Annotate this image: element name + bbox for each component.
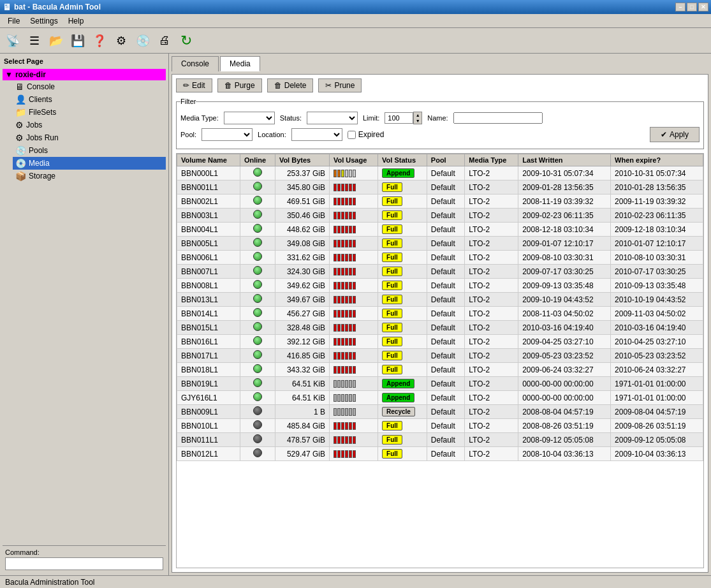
cell-vol-usage xyxy=(329,391,377,405)
table-row[interactable]: BBN006L1 331.62 GiB Full Default LTO-2 2… xyxy=(177,251,703,265)
sidebar-item-filesets[interactable]: 📁 FileSets xyxy=(13,106,166,119)
cell-vol-usage xyxy=(329,209,377,223)
col-online[interactable]: Online xyxy=(240,154,275,166)
cell-vol-status: Full xyxy=(378,180,427,195)
edit-button[interactable]: ✏ Edit xyxy=(176,78,212,92)
tab-console[interactable]: Console xyxy=(172,56,219,71)
col-when-expire[interactable]: When expire? xyxy=(611,154,703,166)
sidebar-item-console[interactable]: 🖥 Console xyxy=(13,80,166,93)
cell-vol-usage xyxy=(329,335,377,349)
table-row[interactable]: BBN018L1 343.32 GiB Full Default LTO-2 2… xyxy=(177,363,703,377)
expired-checkbox[interactable] xyxy=(348,131,356,139)
cell-online xyxy=(240,405,275,419)
cell-vol-bytes: 253.37 GiB xyxy=(275,166,329,180)
sidebar-item-clients[interactable]: 👤 Clients xyxy=(13,93,166,106)
location-select[interactable] xyxy=(291,128,342,141)
spinner-up[interactable]: ▲ xyxy=(414,112,421,118)
toolbar-settings[interactable]: ⚙ xyxy=(111,31,131,51)
media-type-select[interactable] xyxy=(224,112,275,124)
toolbar-print[interactable]: 🖨 xyxy=(154,31,175,51)
limit-spinner[interactable]: ▲ ▼ xyxy=(413,112,422,124)
table-row[interactable]: BBN003L1 350.46 GiB Full Default LTO-2 2… xyxy=(177,209,703,223)
menu-settings[interactable]: Settings xyxy=(25,15,62,27)
minimize-button[interactable]: – xyxy=(675,3,685,11)
table-row[interactable]: BBN012L1 529.47 GiB Full Default LTO-2 2… xyxy=(177,447,703,461)
col-last-written[interactable]: Last Written xyxy=(518,154,611,166)
cell-vol-bytes: 64.51 KiB xyxy=(275,391,329,405)
expired-checkbox-label[interactable]: Expired xyxy=(348,130,385,139)
table-row[interactable]: BBN010L1 485.84 GiB Full Default LTO-2 2… xyxy=(177,419,703,433)
name-input[interactable] xyxy=(453,112,543,124)
sidebar-item-media[interactable]: 💿 Media xyxy=(13,157,166,170)
command-area: Command: xyxy=(3,545,166,573)
col-vol-usage[interactable]: Vol Usage xyxy=(329,154,377,166)
table-row[interactable]: BBN008L1 349.62 GiB Full Default LTO-2 2… xyxy=(177,279,703,293)
delete-button[interactable]: 🗑 Delete xyxy=(267,78,314,92)
pool-select[interactable] xyxy=(202,128,253,141)
command-input[interactable] xyxy=(5,557,163,570)
cell-pool: Default xyxy=(427,433,464,447)
content-area: Console Media ✏ Edit 🗑 Purge 🗑 Delete xyxy=(169,54,711,575)
table-row[interactable]: BBN017L1 416.85 GiB Full Default LTO-2 2… xyxy=(177,349,703,363)
sidebar-item-jobsrun[interactable]: ⚙ Jobs Run xyxy=(13,131,166,144)
toolbar-open[interactable]: 📂 xyxy=(46,31,66,51)
table-row[interactable]: BBN019L1 64.51 KiB Append Default LTO-2 … xyxy=(177,377,703,391)
cell-when-expire: 2009-11-03 04:50:02 xyxy=(611,307,703,321)
col-vol-status[interactable]: Vol Status xyxy=(378,154,427,166)
sidebar-item-label: FileSets xyxy=(29,108,56,117)
toolbar-refresh[interactable]: ↻ xyxy=(176,31,196,51)
cell-online xyxy=(240,166,275,180)
table-row[interactable]: BBN014L1 456.27 GiB Full Default LTO-2 2… xyxy=(177,307,703,321)
media-table-container[interactable]: Volume Name Online Vol Bytes Vol Usage V… xyxy=(176,153,704,568)
cell-volume-name: BBN016L1 xyxy=(177,335,240,349)
status-select[interactable] xyxy=(307,112,358,124)
toolbar-console[interactable]: ☰ xyxy=(24,31,45,51)
close-button[interactable]: ✕ xyxy=(698,3,708,11)
cell-vol-bytes: 469.51 GiB xyxy=(275,195,329,209)
cell-online xyxy=(240,209,275,223)
sidebar-item-pools[interactable]: 💿 Pools xyxy=(13,144,166,157)
sidebar-item-label: Clients xyxy=(29,95,52,104)
spinner-down[interactable]: ▼ xyxy=(414,118,421,124)
cell-vol-status: Full xyxy=(378,195,427,209)
table-row[interactable]: GJY616L1 64.51 KiB Append Default LTO-2 … xyxy=(177,391,703,405)
table-row[interactable]: BBN013L1 349.67 GiB Full Default LTO-2 2… xyxy=(177,293,703,307)
sidebar-item-root[interactable]: ▼ roxie-dir xyxy=(3,69,166,80)
sidebar-item-jobs[interactable]: ⚙ Jobs xyxy=(13,119,166,131)
table-row[interactable]: BBN011L1 478.57 GiB Full Default LTO-2 2… xyxy=(177,433,703,447)
table-row[interactable]: BBN000L1 253.37 GiB Append Default LTO-2… xyxy=(177,166,703,180)
maximize-button[interactable]: □ xyxy=(687,3,697,11)
purge-button[interactable]: 🗑 Purge xyxy=(217,78,262,92)
apply-button[interactable]: ✔ Apply xyxy=(650,127,700,142)
menu-help[interactable]: Help xyxy=(63,15,89,27)
limit-input[interactable] xyxy=(385,112,413,124)
table-row[interactable]: BBN007L1 324.30 GiB Full Default LTO-2 2… xyxy=(177,265,703,279)
toolbar-help[interactable]: ❓ xyxy=(89,31,110,51)
table-row[interactable]: BBN016L1 392.12 GiB Full Default LTO-2 2… xyxy=(177,335,703,349)
table-row[interactable]: BBN004L1 448.62 GiB Full Default LTO-2 2… xyxy=(177,223,703,237)
cell-vol-status: Recycle xyxy=(378,405,427,419)
tab-media[interactable]: Media xyxy=(220,56,260,71)
toolbar-media[interactable]: 💿 xyxy=(133,31,153,51)
toolbar-save[interactable]: 💾 xyxy=(68,31,88,51)
table-row[interactable]: BBN015L1 328.48 GiB Full Default LTO-2 2… xyxy=(177,321,703,335)
delete-icon: 🗑 xyxy=(274,81,282,90)
col-media-type[interactable]: Media Type xyxy=(465,154,518,166)
toolbar-connect[interactable]: 📡 xyxy=(3,31,23,51)
cell-vol-usage xyxy=(329,251,377,265)
col-volume-name[interactable]: Volume Name xyxy=(177,154,240,166)
cell-pool: Default xyxy=(427,307,464,321)
cell-pool: Default xyxy=(427,223,464,237)
cell-when-expire: 2010-08-10 03:30:31 xyxy=(611,251,703,265)
prune-button[interactable]: ✂ Prune xyxy=(318,78,362,92)
col-vol-bytes[interactable]: Vol Bytes xyxy=(275,154,329,166)
cell-vol-bytes: 485.84 GiB xyxy=(275,419,329,433)
col-pool[interactable]: Pool xyxy=(427,154,464,166)
sidebar-item-storage[interactable]: 📦 Storage xyxy=(13,170,166,182)
table-row[interactable]: BBN002L1 469.51 GiB Full Default LTO-2 2… xyxy=(177,195,703,209)
table-row[interactable]: BBN001L1 345.80 GiB Full Default LTO-2 2… xyxy=(177,180,703,195)
table-row[interactable]: BBN005L1 349.08 GiB Full Default LTO-2 2… xyxy=(177,237,703,251)
cell-vol-usage xyxy=(329,447,377,461)
table-row[interactable]: BBN009L1 1 B Recycle Default LTO-2 2008-… xyxy=(177,405,703,419)
menu-file[interactable]: File xyxy=(3,15,25,27)
